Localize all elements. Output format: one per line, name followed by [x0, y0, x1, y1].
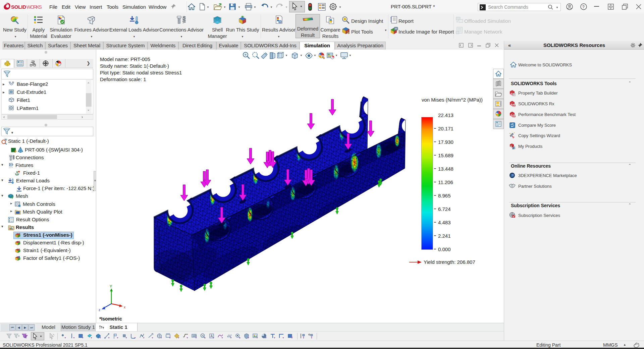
svg-text:Rx: Rx: [513, 104, 516, 107]
svg-text:S: S: [513, 136, 514, 138]
svg-text:Y: Y: [110, 284, 112, 288]
svg-text:ε: ε: [19, 248, 20, 250]
svg-text:WORKS: WORKS: [26, 4, 42, 10]
svg-text:S: S: [511, 92, 513, 95]
svg-text:SOLID: SOLID: [11, 4, 26, 10]
svg-text:u: u: [19, 240, 20, 242]
svg-text:?: ?: [331, 20, 332, 23]
svg-text:z: z: [99, 308, 100, 312]
svg-text:S: S: [511, 103, 513, 106]
svg-text:σ: σ: [19, 232, 20, 235]
svg-text:?: ?: [582, 5, 585, 9]
svg-text:Rx: Rx: [513, 115, 516, 117]
svg-text:S: S: [511, 114, 513, 117]
svg-text:S: S: [511, 145, 512, 148]
svg-text:x: x: [124, 305, 125, 309]
